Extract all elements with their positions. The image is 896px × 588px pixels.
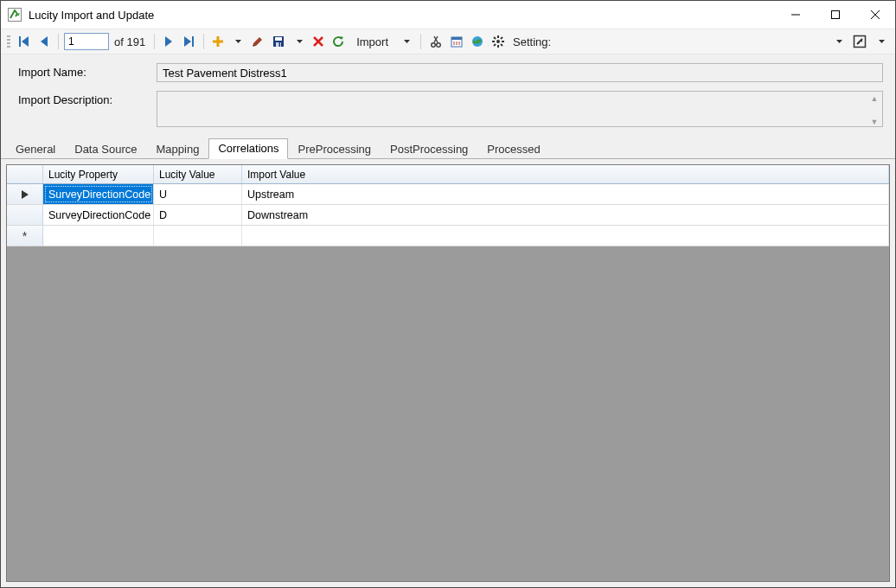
last-record-button[interactable] [179,32,198,51]
app-window: Lucity Import and Update [0,0,896,588]
tab-correlations[interactable]: Correlations [208,138,288,159]
tab-mapping[interactable]: Mapping [147,139,209,159]
svg-rect-26 [279,42,281,47]
window-title: Lucity Import and Update [29,9,154,22]
cell-lucity-value[interactable]: U [154,184,242,204]
cell-lucity-value[interactable]: D [154,205,242,225]
grid-row-new[interactable]: * [7,226,889,246]
tabstrip: General Data Source Mapping Correlations… [1,138,895,159]
svg-point-9 [9,39,10,41]
setting-label: Setting: [509,35,554,48]
row-indicator-current-icon[interactable] [7,184,43,204]
svg-point-7 [9,35,10,37]
grid-header-import-value[interactable]: Import Value [242,165,889,183]
import-name-label: Import Name: [18,63,157,79]
settings-gear-button[interactable] [489,32,508,51]
maximize-button[interactable] [816,1,855,29]
form-area: Import Name: Import Description: ▲▼ [1,54,895,138]
import-dropdown-button[interactable] [398,32,415,51]
app-icon [8,8,22,22]
toolbar-separator [420,34,421,49]
tab-processed[interactable]: Processed [477,139,549,159]
svg-line-50 [494,44,496,46]
svg-marker-51 [836,40,842,43]
import-button[interactable]: Import [349,32,395,51]
tab-data-source[interactable]: Data Source [65,139,146,159]
toolbar-separator [203,34,204,49]
svg-marker-31 [404,40,410,43]
popout-button[interactable] [849,32,870,51]
svg-marker-56 [22,190,29,199]
svg-point-13 [9,46,10,48]
globe-button[interactable] [468,32,487,51]
svg-rect-24 [275,37,282,41]
prev-record-button[interactable] [35,32,53,51]
add-dropdown-button[interactable] [229,32,246,51]
svg-line-48 [501,44,502,46]
import-name-input[interactable] [157,63,883,82]
page-number-input[interactable] [64,33,109,50]
toolbar-separator [154,34,155,49]
page-total-label: of 191 [111,35,149,48]
svg-point-6 [7,35,9,37]
svg-line-49 [501,37,502,39]
tab-preprocessing[interactable]: PreProcessing [288,139,381,159]
row-indicator-new-icon[interactable]: * [7,226,43,246]
close-button[interactable] [855,1,895,29]
cell-import-value[interactable] [242,226,889,246]
grid-container: Lucity Property Lucity Value Import Valu… [1,159,895,587]
import-description-input[interactable] [157,91,883,127]
calendar-button[interactable] [447,32,466,51]
svg-rect-37 [451,37,462,40]
cut-button[interactable] [426,32,445,51]
minimize-button[interactable] [776,1,816,29]
setting-dropdown-button[interactable] [830,32,848,51]
cell-lucity-value[interactable] [154,226,242,246]
save-dropdown-button[interactable] [291,32,308,51]
row-indicator[interactable] [7,205,43,225]
svg-point-11 [9,42,10,44]
svg-point-8 [7,39,9,41]
cell-lucity-property[interactable] [43,226,154,246]
delete-button[interactable] [310,32,327,51]
svg-point-12 [7,46,9,48]
tab-postprocessing[interactable]: PostProcessing [381,139,477,159]
grid-header-selector[interactable] [7,165,43,183]
grid-row[interactable]: SurveyDirectionCode U Upstream [7,184,889,205]
svg-marker-15 [22,36,29,47]
svg-point-10 [7,42,9,44]
svg-marker-17 [165,36,172,47]
cell-import-value[interactable]: Upstream [242,184,889,204]
cell-lucity-property[interactable]: SurveyDirectionCode [43,205,154,225]
cell-lucity-property[interactable]: SurveyDirectionCode [43,184,154,204]
cell-import-value[interactable]: Downstream [242,205,889,225]
svg-marker-18 [184,36,191,47]
grid-header-lucity-property[interactable]: Lucity Property [43,165,154,183]
svg-marker-55 [879,40,885,43]
titlebar: Lucity Import and Update [1,1,895,29]
svg-line-47 [494,37,496,39]
svg-rect-25 [276,42,281,47]
grid-header-lucity-value[interactable]: Lucity Value [154,165,242,183]
popout-dropdown-button[interactable] [873,32,890,51]
svg-point-42 [496,40,500,43]
refresh-button[interactable] [329,32,348,51]
edit-button[interactable] [248,32,267,51]
textarea-scroll-icon: ▲▼ [868,94,880,126]
data-grid[interactable]: Lucity Property Lucity Value Import Valu… [6,164,890,582]
svg-marker-27 [297,40,303,43]
grid-row[interactable]: SurveyDirectionCode D Downstream [7,205,889,226]
toolbar-grip-icon [6,33,11,50]
next-record-button[interactable] [160,32,177,51]
svg-marker-16 [41,36,48,47]
add-button[interactable] [209,32,227,51]
svg-point-34 [432,43,436,48]
svg-marker-22 [235,40,241,43]
toolbar-separator [58,34,59,49]
grid-header-row: Lucity Property Lucity Value Import Valu… [7,165,889,184]
tab-general[interactable]: General [6,139,65,159]
svg-rect-3 [832,11,840,19]
toolbar: of 191 Import [1,29,895,54]
save-button[interactable] [269,32,288,51]
first-record-button[interactable] [15,32,34,51]
